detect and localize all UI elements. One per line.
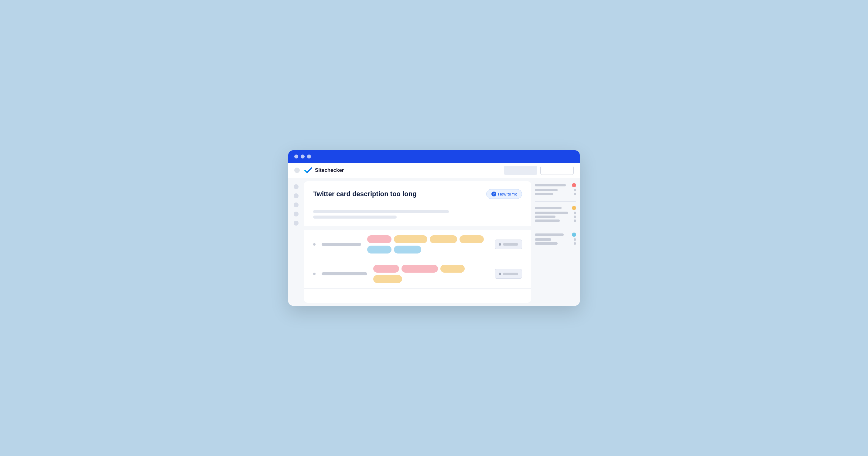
sidebar-right-row [535,211,576,214]
tag-orange-2 [430,235,457,243]
tag-pink-2 [373,265,399,273]
row-label [322,243,361,246]
issue-description [304,205,531,226]
sidebar-right-row [535,233,576,237]
browser-content: Twitter card description too long ? How … [288,178,580,306]
desc-line-2 [313,216,397,219]
sidebar-right-group-2 [535,206,576,222]
sr-line [535,207,562,209]
row-action-button-1[interactable] [495,239,522,249]
traffic-light-2 [301,155,305,159]
sr-line [535,220,560,222]
sr-dot [574,193,576,195]
tag-orange-3 [460,235,484,243]
sidebar-nav-item-3[interactable] [294,202,299,207]
row-indicator [313,273,315,275]
issue-title: Twitter card description too long [313,190,417,198]
sr-divider [535,201,576,202]
sr-circle-orange [572,206,576,210]
browser-navbar: Sitechecker [288,163,580,178]
tag-blue-1 [367,246,392,254]
table-row [304,259,531,289]
traffic-light-1 [294,155,298,159]
sr-line [535,233,564,236]
tag-orange-5 [373,275,402,283]
sitechecker-logo-text: Sitechecker [315,167,344,173]
sidebar-right-row [535,220,576,222]
sr-line [535,242,558,245]
row-action-icon [499,243,501,246]
sr-dot [574,220,576,222]
sidebar-nav-item-4[interactable] [294,211,299,217]
row-tags [373,265,489,283]
sr-line [535,216,556,218]
sr-line [535,238,551,241]
tag-blue-2 [394,246,421,254]
sidebar-right-row [535,189,576,191]
sidebar-right-group-1 [535,183,576,195]
nav-button-1[interactable] [504,166,537,175]
sidebar-nav-item-2[interactable] [294,193,299,198]
sidebar-right-row [535,238,576,241]
sr-dot [574,216,576,218]
sr-dot [574,189,576,191]
sr-line [535,211,568,214]
nav-button-2[interactable] [540,166,574,175]
row-action-button-2[interactable] [495,269,522,279]
traffic-light-3 [307,155,311,159]
main-panel: Twitter card description too long ? How … [304,181,531,303]
how-to-fix-button[interactable]: ? How to fix [486,189,522,199]
sr-dot [574,238,576,241]
sidebar-right-group-3 [535,233,576,245]
sidebar-left [288,178,304,306]
sr-line [535,184,566,186]
data-rows-section [304,230,531,289]
sidebar-right-row [535,183,576,187]
tag-pink-1 [367,235,392,243]
sidebar-right-row [535,206,576,210]
desc-line-1 [313,210,449,213]
row-action-icon [499,273,501,275]
how-to-fix-label: How to fix [498,192,517,196]
sidebar-right-row [535,242,576,245]
sr-divider [535,228,576,228]
row-action-label [503,273,518,275]
sr-dot [574,242,576,245]
browser-titlebar [288,150,580,163]
sidebar-right-row [535,193,576,195]
tag-pink-3 [402,265,438,273]
sitechecker-logo-icon [304,167,312,174]
sr-circle-red [572,183,576,187]
row-action-label [503,243,518,246]
sidebar-nav-item-1[interactable] [294,184,299,189]
sidebar-right [531,178,580,306]
sidebar-nav-item-5[interactable] [294,221,299,226]
sr-dot [574,211,576,214]
tag-orange-4 [440,265,465,273]
sr-circle-blue [572,233,576,237]
table-row [304,230,531,259]
sr-line [535,193,553,195]
row-label [322,272,367,275]
section-spacer [304,226,531,230]
browser-window: Sitechecker Twitter card description too… [288,150,580,306]
logo-area: Sitechecker [304,167,504,174]
row-tags [367,235,489,254]
issue-header: Twitter card description too long ? How … [304,181,531,205]
how-to-fix-icon: ? [491,192,496,196]
sidebar-right-row [535,216,576,218]
nav-buttons [504,166,574,175]
nav-back-button[interactable] [294,168,300,173]
tag-orange-1 [394,235,427,243]
row-indicator [313,243,315,246]
sr-line [535,189,558,191]
